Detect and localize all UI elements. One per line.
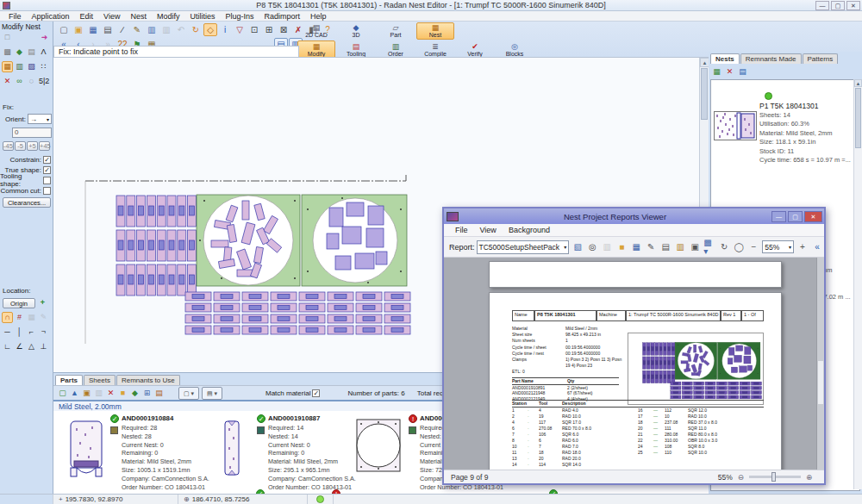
close-sheet-icon[interactable]: ⊠ [277, 23, 290, 36]
ribbon-button[interactable]: ▱ Part [377, 22, 415, 40]
undo-icon[interactable]: ↶ [174, 23, 188, 36]
menu-item[interactable]: Nest [125, 12, 152, 21]
filter-icon[interactable]: ▽ [233, 23, 247, 36]
move-origin-icon[interactable]: + [37, 297, 48, 308]
minimize-button[interactable]: — [815, 1, 829, 10]
menu-item[interactable]: Application [27, 12, 75, 21]
part-library-icon[interactable]: ▤ [153, 388, 165, 399]
open-part-icon[interactable]: ■ [117, 388, 128, 399]
tab-patterns[interactable]: Patterns [803, 53, 839, 64]
zoom-window-icon[interactable]: ⊡ [247, 23, 261, 36]
viewer-menu-item[interactable]: Background [503, 226, 556, 234]
report-preview-area[interactable]: Name P8 T5K 18041301 Machine 1: Trumpf T… [444, 258, 824, 470]
angle-step-button[interactable]: +5 [27, 141, 38, 151]
info-icon[interactable]: i [218, 23, 232, 36]
report-select[interactable]: TC5000SetupSheetPack▾ [477, 240, 570, 254]
snap-mid-icon[interactable]: ▦ [26, 312, 37, 323]
snap-angle-icon[interactable]: ∟ [2, 341, 13, 352]
orient-select[interactable]: →▾ [28, 114, 52, 124]
print-icon[interactable]: ▤ [101, 23, 115, 36]
viewer-scrollbar[interactable] [816, 258, 824, 470]
angle-step-button[interactable]: +45 [39, 141, 50, 151]
delete-part-icon[interactable]: ✕ [105, 388, 116, 399]
scroll-up-icon[interactable]: ▲ [854, 79, 862, 87]
angle-step-button[interactable]: -45 [3, 141, 14, 151]
tab-sheets[interactable]: Sheets [84, 375, 116, 385]
open-icon[interactable]: ▣ [72, 23, 85, 36]
nest-list-item[interactable]: P1 T5K 18041301 Sheets: 14Utilisation: 6… [711, 90, 859, 187]
delete-icon[interactable]: ✕ [2, 76, 13, 87]
snap-end-icon[interactable]: ∩ [2, 312, 13, 323]
nest-report-icon[interactable]: ▤ [737, 66, 748, 78]
print-setup-icon[interactable]: ✎ [644, 240, 658, 253]
checkbox[interactable] [43, 177, 51, 184]
rotate-icon[interactable]: ◌ [26, 76, 37, 87]
add-part-icon[interactable]: ▢ [57, 388, 68, 399]
tab-nests[interactable]: Nests [710, 53, 740, 64]
sheet-icon[interactable]: ▤ [26, 47, 37, 58]
nest-grid-icon[interactable]: ▥ [14, 61, 25, 72]
pattern-icon[interactable]: ▩ [2, 47, 13, 58]
checkbox[interactable] [43, 187, 51, 195]
thumbnail-size-select[interactable]: ▢ ▾ [178, 387, 199, 400]
origin-button[interactable]: Origin [3, 298, 35, 308]
array-icon[interactable]: ◆ [14, 47, 25, 58]
new-nest-icon[interactable]: ▦ [711, 66, 722, 78]
copy-sheet-icon[interactable]: ▥ [145, 23, 159, 36]
match-material-checkbox[interactable]: ✓ [312, 389, 320, 397]
scrollbar-thumb[interactable] [818, 361, 823, 404]
zoom-out-icon[interactable]: − [746, 240, 760, 253]
page-setup-icon[interactable]: ▩ ▾ [703, 240, 716, 253]
copy-part-icon[interactable]: ▥ [93, 388, 104, 399]
snap-angle4-icon[interactable]: ⊥ [38, 341, 49, 352]
viewer-titlebar[interactable]: Nest Project Reports Viewer — ▢ ✕ [444, 208, 824, 224]
find-icon[interactable]: ◎ [585, 240, 599, 253]
tab-remnants-to-use[interactable]: Remnants to Use [116, 375, 180, 385]
maximize-button[interactable]: ▢ [831, 1, 845, 10]
paste-icon[interactable]: ▥ [159, 23, 173, 36]
viewer-menu-item[interactable]: File [449, 226, 474, 234]
apply-part-icon[interactable]: ◆ [129, 388, 141, 399]
dimension-icon[interactable]: ⊞ [262, 23, 276, 36]
menu-item[interactable]: Edit [75, 12, 99, 21]
menu-item[interactable]: View [98, 12, 125, 21]
tab-parts[interactable]: Parts [55, 375, 83, 385]
delete-nest-icon[interactable]: ✕ [724, 66, 735, 78]
link-icon[interactable]: ∞ [14, 76, 25, 87]
nav-first-page-icon[interactable]: « [810, 240, 824, 253]
text-icon[interactable]: Λ [38, 47, 49, 58]
angle-step-button[interactable]: -5 [15, 141, 26, 151]
nest-pairs-icon[interactable]: ▨ [26, 61, 37, 72]
new-icon[interactable]: ▢ [57, 23, 71, 36]
clearances-button[interactable]: Clearances... [3, 197, 51, 208]
edit-nodes-icon[interactable]: ◇ [203, 23, 217, 36]
save-icon[interactable]: ▦ [629, 240, 643, 253]
menu-item[interactable]: File [3, 12, 27, 21]
export-icon[interactable]: ▧ [571, 240, 584, 253]
nests-scrollbar[interactable]: ▲ [853, 79, 862, 489]
part-card[interactable]: ✓ AND0001910884 Required: 28Nested: 28Cu… [57, 413, 202, 495]
snap-corner-right-icon[interactable]: ¬ [38, 327, 49, 338]
page-layout-icon[interactable]: ▣ [688, 240, 702, 253]
refresh-icon[interactable]: ↻ [717, 240, 731, 253]
select-icon[interactable]: □ [2, 32, 13, 43]
nest-parts-icon[interactable]: ▦ [2, 61, 13, 72]
ribbon-button[interactable]: ▦ Nest [416, 22, 454, 40]
redo-icon[interactable]: ↻ [189, 23, 203, 36]
snap-grid-icon[interactable]: # [14, 312, 25, 323]
snap-vertical-icon[interactable]: │ [14, 327, 25, 338]
tab-remnants-made[interactable]: Remnants Made [740, 53, 802, 64]
menu-item[interactable]: Help [305, 12, 332, 21]
zoom-dynamic-icon[interactable]: ◯ [732, 240, 746, 253]
zoom-slider[interactable] [749, 476, 801, 478]
ribbon-button[interactable]: ◆ 3D [337, 22, 375, 40]
zoom-out-icon[interactable]: ⊖ [738, 473, 744, 482]
open-icon[interactable]: ■ [615, 240, 628, 253]
scrollbar-thumb[interactable] [855, 88, 861, 148]
viewer-minimize-button[interactable]: — [771, 211, 786, 222]
menu-item[interactable]: Radimport [259, 12, 306, 21]
menu-item[interactable]: Utilities [184, 12, 220, 21]
table-view-icon[interactable]: ⊞ [141, 388, 153, 399]
menu-item[interactable]: Modify [152, 12, 185, 21]
exit-icon[interactable]: ➜ [39, 32, 50, 43]
